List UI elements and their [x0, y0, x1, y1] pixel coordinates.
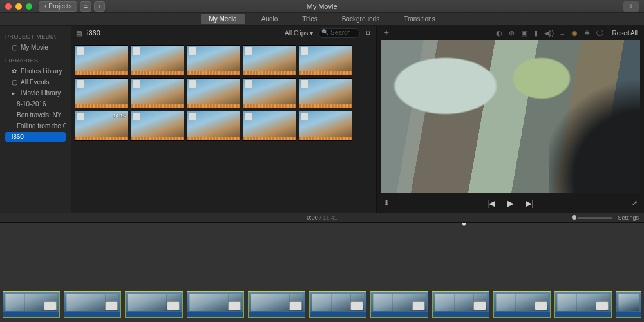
clip-thumb[interactable] [299, 78, 352, 108]
view-mode-button[interactable]: ≡ [80, 1, 91, 12]
search-input[interactable]: Search [318, 28, 360, 38]
clip-thumb[interactable] [131, 78, 184, 108]
stabilization-icon[interactable]: ▮ [534, 29, 538, 37]
clip-thumb[interactable] [299, 111, 352, 141]
timeline-clip[interactable] [3, 291, 60, 318]
favorite-icon[interactable] [301, 47, 308, 55]
video-viewer[interactable] [381, 40, 640, 193]
zoom-slider[interactable] [577, 217, 612, 219]
clip-thumb[interactable] [243, 111, 296, 141]
timeline-clip[interactable] [432, 291, 489, 318]
favorite-icon[interactable] [189, 80, 196, 88]
tab-my-media[interactable]: My Media [201, 14, 244, 24]
clip-transition-icon[interactable] [350, 301, 363, 310]
timeline-clip[interactable] [125, 291, 182, 318]
favorite-icon[interactable] [133, 47, 140, 55]
favorite-icon[interactable] [133, 80, 140, 88]
tab-titles[interactable]: Titles [294, 14, 325, 24]
color-balance-icon[interactable]: ◐ [496, 29, 502, 37]
sidebar-item-imovie-library[interactable]: ▸ iMovie Library [5, 88, 66, 98]
close-window-icon[interactable] [5, 3, 12, 10]
play-button[interactable]: ▶ [507, 198, 514, 208]
clip-transition-icon[interactable] [228, 301, 241, 310]
sidebar-item-my-movie[interactable]: ▢ My Movie [5, 43, 66, 52]
sidebar-item-all-events[interactable]: ▢ All Events [5, 77, 66, 87]
fullscreen-icon[interactable]: ⤢ [632, 199, 638, 207]
timeline-clip[interactable] [370, 291, 428, 318]
favorite-icon[interactable] [77, 113, 84, 120]
clip-thumb[interactable] [187, 78, 240, 108]
traffic-lights[interactable] [5, 3, 32, 10]
favorite-icon[interactable] [77, 80, 84, 88]
timeline-settings-button[interactable]: Settings [618, 214, 639, 221]
tab-backgrounds[interactable]: Backgrounds [334, 14, 387, 24]
fullscreen-window-icon[interactable] [26, 3, 32, 10]
favorite-icon[interactable] [133, 113, 140, 120]
tab-transitions[interactable]: Transitions [396, 14, 443, 24]
next-frame-button[interactable]: ▶| [526, 198, 534, 208]
import-button[interactable]: ↓ [94, 1, 105, 12]
favorite-icon[interactable] [245, 113, 252, 120]
sidebar-event-2[interactable]: Ben travels: NY [5, 110, 66, 120]
clip-transition-icon[interactable] [535, 301, 547, 310]
chevron-left-icon: ‹ [44, 3, 46, 10]
clip-transition-icon[interactable] [596, 301, 609, 310]
timeline[interactable] [0, 223, 644, 322]
timeline-clip[interactable] [64, 291, 121, 318]
favorite-icon[interactable] [301, 80, 308, 88]
effects-icon[interactable]: ✱ [584, 29, 590, 37]
timeline-clip[interactable] [248, 291, 305, 318]
clip-transition-icon[interactable] [44, 301, 57, 310]
timeline-clip[interactable] [616, 291, 641, 318]
sidebar-event-3[interactable]: Falling from the Orbit [5, 121, 66, 131]
clip-transition-icon[interactable] [412, 301, 425, 310]
info-icon[interactable]: ⓘ [596, 28, 603, 38]
clip-transition-icon[interactable] [167, 301, 180, 310]
favorite-icon[interactable] [245, 80, 252, 88]
clip-thumb[interactable] [243, 78, 296, 108]
favorite-icon[interactable] [77, 47, 84, 55]
favorite-icon[interactable] [189, 113, 196, 120]
media-browser: ▤ i360 All Clips ▾ Search ⚙ 14.1s [71, 26, 377, 213]
clip-filter-dropdown[interactable]: All Clips ▾ [285, 30, 313, 37]
clip-thumb[interactable]: 14.1s [75, 111, 128, 141]
timeline-clip[interactable] [493, 291, 551, 318]
clip-thumb[interactable] [187, 111, 240, 141]
reset-all-button[interactable]: Reset All [612, 30, 638, 37]
back-to-projects-button[interactable]: ‹ Projects [39, 1, 77, 12]
sidebar-item-photos-library[interactable]: ✿ Photos Library [5, 66, 66, 76]
tab-audio[interactable]: Audio [254, 14, 286, 24]
clip-thumb[interactable] [187, 45, 240, 75]
clip-thumb[interactable] [131, 111, 184, 141]
prev-frame-button[interactable]: |◀ [487, 198, 495, 208]
sidebar-event-1[interactable]: 8-10-2016 [5, 99, 66, 109]
clip-transition-icon[interactable] [289, 301, 302, 310]
favorite-icon[interactable] [189, 47, 196, 55]
volume-icon[interactable]: ◀)) [544, 29, 554, 37]
favorite-icon[interactable] [245, 47, 252, 55]
clip-thumb[interactable] [243, 45, 296, 75]
sidebar-label-imovie-lib: iMovie Library [21, 90, 61, 97]
timeline-clip[interactable] [309, 291, 366, 318]
browser-settings-icon[interactable]: ⚙ [365, 30, 371, 37]
clip-thumb[interactable] [299, 45, 352, 75]
color-correction-icon[interactable]: ⊛ [509, 29, 515, 37]
clip-thumb[interactable] [75, 45, 128, 75]
voiceover-icon[interactable]: ⬇ [383, 198, 390, 207]
sidebar-event-4-selected[interactable]: i360 [5, 132, 66, 142]
timeline-clip[interactable] [554, 291, 612, 318]
list-toggle-icon[interactable]: ▤ [76, 30, 82, 37]
minimize-window-icon[interactable] [15, 3, 22, 10]
auto-enhance-icon[interactable]: ✦ [383, 28, 390, 37]
share-button[interactable]: ⇪ [623, 1, 639, 12]
clip-transition-icon[interactable] [105, 301, 118, 310]
noise-eq-icon[interactable]: ≡ [560, 29, 564, 37]
clip-transition-icon[interactable] [473, 301, 486, 310]
crop-icon[interactable]: ▣ [521, 29, 527, 37]
favorite-icon[interactable] [301, 113, 308, 120]
clip-thumb[interactable] [75, 78, 128, 108]
photos-icon: ✿ [12, 68, 18, 75]
clip-thumb[interactable] [131, 45, 184, 75]
speed-icon[interactable]: ◉ [571, 29, 578, 37]
timeline-clip[interactable] [187, 291, 244, 318]
